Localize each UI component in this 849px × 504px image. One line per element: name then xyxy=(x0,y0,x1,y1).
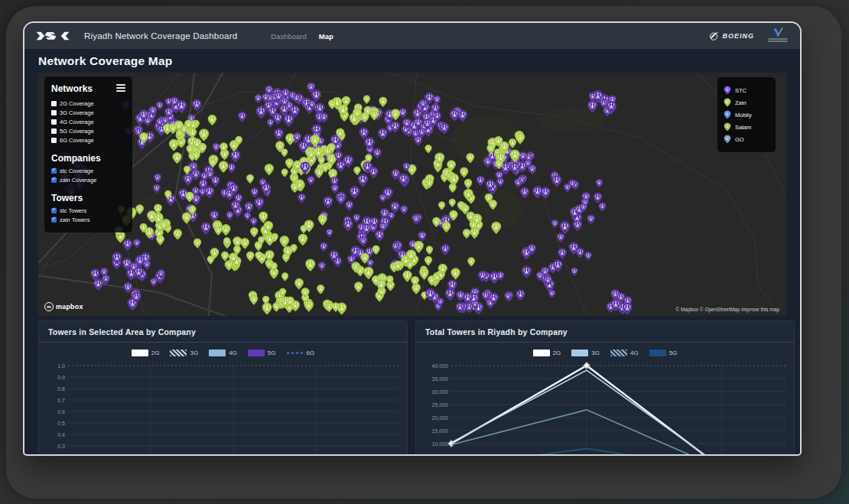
stc-tower-marker[interactable] xyxy=(557,233,564,242)
brand-logo-icon[interactable] xyxy=(35,30,70,42)
stc-tower-marker[interactable] xyxy=(320,242,327,252)
zain-tower-marker[interactable] xyxy=(285,158,294,168)
zain-tower-marker[interactable] xyxy=(280,236,289,247)
zain-tower-marker[interactable] xyxy=(460,167,468,177)
stc-tower-marker[interactable] xyxy=(412,214,421,224)
stc-tower-marker[interactable] xyxy=(519,152,527,161)
zain-tower-marker[interactable] xyxy=(467,258,474,267)
stc-tower-marker[interactable] xyxy=(445,288,455,301)
stc-tower-marker[interactable] xyxy=(418,232,426,242)
chart-legend-item-3g[interactable]: 3G xyxy=(170,350,198,356)
network-checkbox-4g-coverage[interactable]: 4G Coverage xyxy=(51,119,125,125)
stc-tower-marker[interactable] xyxy=(359,128,369,139)
stc-tower-marker[interactable] xyxy=(585,252,592,260)
stc-tower-marker[interactable] xyxy=(350,187,359,199)
zain-tower-marker[interactable] xyxy=(208,115,216,125)
zain-tower-marker[interactable] xyxy=(246,174,254,184)
stc-tower-marker[interactable] xyxy=(165,98,172,106)
zain-tower-marker[interactable] xyxy=(250,227,258,237)
stc-tower-marker[interactable] xyxy=(298,193,305,203)
mapbox-logo[interactable]: m mapbox xyxy=(44,302,83,311)
zain-tower-marker[interactable] xyxy=(199,128,209,141)
zain-tower-marker[interactable] xyxy=(363,96,370,104)
zain-tower-marker[interactable] xyxy=(281,169,288,177)
stc-tower-marker[interactable] xyxy=(490,272,499,284)
stc-tower-marker[interactable] xyxy=(594,193,602,203)
zain-tower-marker[interactable] xyxy=(304,300,314,311)
nav-link-dashboard[interactable]: Dashboard xyxy=(271,32,306,41)
zain-tower-marker[interactable] xyxy=(298,234,307,245)
stc-tower-marker[interactable] xyxy=(520,187,529,198)
checked-checkbox-icon[interactable] xyxy=(51,217,57,223)
stc-tower-marker[interactable] xyxy=(213,143,220,152)
zain-tower-marker[interactable] xyxy=(250,294,259,304)
stc-tower-marker[interactable] xyxy=(91,269,100,281)
stc-tower-marker[interactable] xyxy=(345,200,353,210)
stc-tower-marker[interactable] xyxy=(318,262,325,271)
menu-icon[interactable] xyxy=(116,84,125,92)
stc-tower-marker[interactable] xyxy=(226,211,233,219)
stc-tower-marker[interactable] xyxy=(307,176,314,185)
zain-tower-marker[interactable] xyxy=(169,139,178,151)
tower-checkbox-zain-towers[interactable]: zain Towers xyxy=(51,216,125,223)
chart-legend-item-2g[interactable]: 2G xyxy=(533,350,561,356)
stc-tower-marker[interactable] xyxy=(250,217,257,226)
zain-tower-marker[interactable] xyxy=(294,278,303,289)
stc-tower-marker[interactable] xyxy=(441,245,450,255)
stc-tower-marker[interactable] xyxy=(587,215,595,224)
stc-tower-marker[interactable] xyxy=(205,187,214,198)
stc-tower-marker[interactable] xyxy=(324,197,333,208)
stc-tower-marker[interactable] xyxy=(238,112,246,122)
checked-checkbox-icon[interactable] xyxy=(51,177,57,183)
zain-tower-marker[interactable] xyxy=(182,213,191,224)
zain-tower-marker[interactable] xyxy=(414,241,424,253)
stc-tower-marker[interactable] xyxy=(153,184,160,193)
chart-legend-item-3g[interactable]: 3G xyxy=(571,350,600,356)
zain-tower-marker[interactable] xyxy=(353,167,360,175)
stc-tower-marker[interactable] xyxy=(400,206,407,215)
company-checkbox-zain-coverage[interactable]: zain Coverage xyxy=(51,177,125,184)
stc-tower-marker[interactable] xyxy=(311,90,320,102)
zain-tower-marker[interactable] xyxy=(318,214,327,225)
coverage-map[interactable]: Networks 2G Coverage3G Coverage4G Covera… xyxy=(38,73,786,316)
stc-tower-marker[interactable] xyxy=(251,188,259,198)
stc-tower-marker[interactable] xyxy=(516,290,525,301)
zain-tower-marker[interactable] xyxy=(464,179,472,189)
stc-tower-marker[interactable] xyxy=(434,96,441,104)
zain-tower-marker[interactable] xyxy=(354,281,363,292)
zain-tower-marker[interactable] xyxy=(317,285,324,294)
checked-checkbox-icon[interactable] xyxy=(51,168,57,174)
zain-tower-marker[interactable] xyxy=(356,265,364,276)
stc-tower-marker[interactable] xyxy=(94,279,103,291)
zain-tower-marker[interactable] xyxy=(509,138,516,148)
chart-legend-item-5g[interactable]: 5G xyxy=(248,350,276,356)
zain-tower-marker[interactable] xyxy=(463,229,470,239)
zain-tower-marker[interactable] xyxy=(379,97,388,107)
zain-tower-marker[interactable] xyxy=(174,229,182,240)
stc-tower-marker[interactable] xyxy=(440,123,449,135)
zain-tower-marker[interactable] xyxy=(438,201,445,210)
zain-tower-marker[interactable] xyxy=(194,239,201,249)
zain-tower-marker[interactable] xyxy=(136,205,144,215)
stc-tower-marker[interactable] xyxy=(378,128,387,140)
zain-tower-marker[interactable] xyxy=(255,242,262,252)
stc-tower-marker[interactable] xyxy=(576,248,584,258)
zain-tower-marker[interactable] xyxy=(489,200,496,210)
stc-tower-marker[interactable] xyxy=(599,203,606,212)
stc-tower-marker[interactable] xyxy=(255,198,264,210)
unchecked-checkbox-icon[interactable] xyxy=(51,138,57,143)
stc-tower-marker[interactable] xyxy=(275,128,284,140)
stc-tower-marker[interactable] xyxy=(450,109,459,121)
stc-tower-marker[interactable] xyxy=(522,266,531,278)
stc-tower-marker[interactable] xyxy=(359,236,367,246)
stc-tower-marker[interactable] xyxy=(244,212,251,220)
stc-tower-marker[interactable] xyxy=(133,239,140,249)
stc-tower-marker[interactable] xyxy=(541,187,550,199)
stc-tower-marker[interactable] xyxy=(150,278,157,287)
zain-tower-marker[interactable] xyxy=(282,253,290,262)
network-checkbox-3g-coverage[interactable]: 3G Coverage xyxy=(51,109,125,116)
chart-legend-item-6g[interactable]: 6G xyxy=(287,350,315,356)
zain-tower-marker[interactable] xyxy=(281,148,288,157)
stc-tower-marker[interactable] xyxy=(192,99,201,111)
stc-tower-marker[interactable] xyxy=(228,164,236,174)
